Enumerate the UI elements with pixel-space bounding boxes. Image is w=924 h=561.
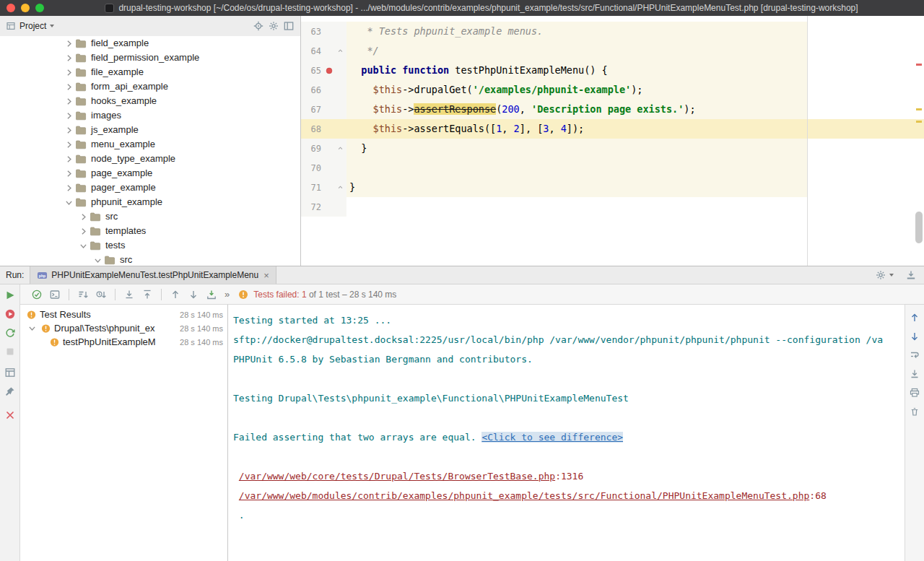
test-failed-icon[interactable] <box>323 65 335 77</box>
project-tree-item-src[interactable]: src <box>0 253 300 266</box>
project-tree-item-hooks_example[interactable]: hooks_example <box>0 94 300 108</box>
select-opened-file-icon[interactable] <box>253 20 264 32</box>
folder-icon <box>90 225 101 237</box>
chevron-down-icon[interactable] <box>78 240 88 251</box>
stacktrace-link[interactable]: /var/www/web/modules/contrib/examples/ph… <box>239 490 810 501</box>
project-panel-title[interactable]: Project <box>19 21 46 31</box>
print-button[interactable] <box>909 387 920 399</box>
project-tree-item-images[interactable]: images <box>0 108 300 123</box>
project-tree-item-phpunit_example[interactable]: phpunit_example <box>0 195 300 209</box>
test-console-output[interactable]: Testing started at 13:25 ...sftp://docke… <box>228 305 905 561</box>
hide-passed-button[interactable] <box>30 288 43 301</box>
error-stripe-mark[interactable] <box>916 64 922 66</box>
project-tree-item-pager_example[interactable]: pager_example <box>0 181 300 195</box>
test-runner-toolbar: » Tests failed: 1 of 1 test – 28 s 140 m… <box>20 284 924 305</box>
project-tree-item-file_example[interactable]: file_example <box>0 65 300 79</box>
restore-layout-button[interactable] <box>4 366 16 378</box>
import-test-results-button[interactable] <box>205 288 218 301</box>
folder-icon <box>75 52 87 64</box>
show-ignored-button[interactable] <box>48 288 61 301</box>
code-editor[interactable]: 63 * Tests phpunit_example menus.64 */65… <box>301 16 924 266</box>
toggle-auto-test-button[interactable] <box>4 326 16 339</box>
stacktrace-link[interactable]: /var/www/web/core/tests/Drupal/Tests/Bro… <box>239 471 555 482</box>
project-tree-item-js_example[interactable]: js_example <box>0 123 300 137</box>
project-tree-item-node_type_example[interactable]: node_type_example <box>0 152 300 166</box>
hide-tool-window-icon[interactable] <box>905 269 917 281</box>
chevron-right-icon[interactable] <box>78 226 88 236</box>
chevron-right-icon[interactable] <box>64 96 74 106</box>
chevron-right-icon[interactable] <box>64 38 74 48</box>
project-tree-item-menu_example[interactable]: menu_example <box>0 137 300 152</box>
close-tab-icon[interactable]: × <box>263 271 269 280</box>
previous-failed-test-button[interactable] <box>169 288 182 301</box>
editor-line-65[interactable]: 65 public function testPhpUnitExampleMen… <box>301 61 924 80</box>
prev-occurrence-button[interactable] <box>909 312 920 323</box>
editor-line-70[interactable]: 70 <box>301 158 924 178</box>
chevron-down-icon[interactable] <box>92 255 103 265</box>
gutter: 71 <box>301 178 346 197</box>
pin-tab-button[interactable] <box>4 385 16 397</box>
chevron-right-icon[interactable] <box>64 82 74 92</box>
project-tree-item-tests[interactable]: tests <box>0 238 300 253</box>
warning-stripe-mark[interactable] <box>916 108 922 110</box>
scroll-to-end-button[interactable] <box>909 368 920 380</box>
chevron-down-icon[interactable] <box>64 197 74 207</box>
warning-stripe-mark[interactable] <box>916 121 922 123</box>
more-actions-button[interactable]: » <box>223 289 230 300</box>
chevron-right-icon[interactable] <box>78 212 88 222</box>
rerun-button[interactable] <box>4 289 16 301</box>
run-tab[interactable]: php PHPUnitExampleMenuTest.testPhpUnitEx… <box>30 266 276 284</box>
project-tree-item-templates[interactable]: templates <box>0 224 300 238</box>
fold-marker-icon[interactable] <box>335 182 345 193</box>
chevron-right-icon[interactable] <box>64 154 74 164</box>
console-text: Failed asserting that two arrays are equ… <box>233 432 481 443</box>
rerun-failed-button[interactable] <box>4 308 16 320</box>
project-tree-item-form_api_example[interactable]: form_api_example <box>0 79 300 94</box>
diff-link[interactable]: <Click to see difference> <box>481 432 623 443</box>
editor-scrollbar[interactable] <box>915 212 923 243</box>
zoom-window-button[interactable] <box>35 4 44 12</box>
fold-marker-icon[interactable] <box>335 143 345 155</box>
soft-wrap-button[interactable] <box>909 349 920 361</box>
next-occurrence-button[interactable] <box>909 331 920 342</box>
chevron-right-icon[interactable] <box>64 67 74 77</box>
editor-line-69[interactable]: 69 } <box>301 139 924 158</box>
project-tree-item-page_example[interactable]: page_example <box>0 166 300 181</box>
project-tree-item-field_permission_example[interactable]: field_permission_example <box>0 51 300 65</box>
fold-marker-icon[interactable] <box>335 45 345 57</box>
chevron-down-icon[interactable] <box>26 323 38 334</box>
minimize-window-button[interactable] <box>21 4 30 12</box>
test-warning-icon <box>49 336 60 347</box>
sort-alphabetically-button[interactable] <box>77 288 90 301</box>
editor-line-67[interactable]: 67 $this->assertResponse(200, 'Descripti… <box>301 100 924 119</box>
close-button[interactable] <box>4 409 16 421</box>
hide-panel-icon[interactable] <box>283 20 295 32</box>
collapse-all-button[interactable] <box>141 288 154 301</box>
clear-all-button[interactable] <box>909 406 920 417</box>
project-tree-item-field_example[interactable]: field_example <box>0 36 300 51</box>
chevron-right-icon[interactable] <box>64 125 74 135</box>
chevron-right-icon[interactable] <box>64 139 74 149</box>
project-tree-item-src[interactable]: src <box>0 209 300 224</box>
editor-line-63[interactable]: 63 * Tests phpunit_example menus. <box>301 22 924 41</box>
gear-icon[interactable] <box>268 20 279 32</box>
chevron-right-icon[interactable] <box>64 110 74 121</box>
chevron-right-icon[interactable] <box>64 53 74 63</box>
chevron-right-icon[interactable] <box>64 168 74 178</box>
editor-line-72[interactable]: 72 <box>301 197 924 217</box>
close-window-button[interactable] <box>6 4 15 12</box>
editor-line-71[interactable]: 71} <box>301 178 924 197</box>
test-tree-item[interactable]: Test Results28 s 140 ms <box>20 308 227 321</box>
editor-line-64[interactable]: 64 */ <box>301 41 924 61</box>
next-failed-test-button[interactable] <box>187 288 200 301</box>
gear-icon[interactable] <box>875 269 886 281</box>
chevron-down-icon[interactable] <box>50 25 54 27</box>
editor-line-66[interactable]: 66 $this->drupalGet('/examples/phpunit-e… <box>301 80 924 100</box>
chevron-right-icon[interactable] <box>64 183 74 193</box>
test-tree-item[interactable]: testPhpUnitExampleM28 s 140 ms <box>20 335 227 349</box>
expand-all-button[interactable] <box>123 288 136 301</box>
sort-by-duration-button[interactable] <box>95 288 108 301</box>
stop-button[interactable] <box>4 345 16 357</box>
editor-line-68[interactable]: 68 $this->assertEquals([1, 2], [3, 4]); <box>301 119 924 139</box>
test-tree-item[interactable]: Drupal\Tests\phpunit_ex28 s 140 ms <box>20 321 227 335</box>
